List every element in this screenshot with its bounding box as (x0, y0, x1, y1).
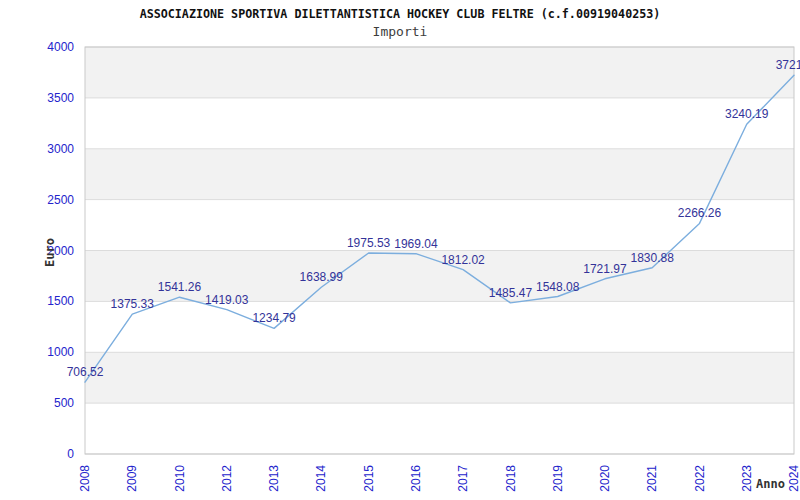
x-tick-label: 2013 (267, 465, 281, 492)
point-label: 1830.88 (631, 251, 675, 265)
data-line (85, 75, 794, 382)
point-label: 1969.04 (394, 237, 438, 251)
x-tick-label: 2012 (220, 465, 234, 492)
x-tick-label: 2021 (645, 465, 659, 492)
x-tick-label: 2020 (598, 465, 612, 492)
x-axis-title: Anno (756, 477, 785, 491)
point-label: 1975.53 (347, 236, 391, 250)
point-label: 1812.02 (441, 253, 485, 267)
point-label: 3240.19 (725, 107, 769, 121)
point-label: 1638.99 (300, 270, 344, 284)
point-label: 706.52 (67, 365, 104, 379)
x-tick-label: 2010 (173, 465, 187, 492)
y-axis-title: Euro (43, 237, 57, 267)
y-tick-label: 4000 (47, 40, 74, 54)
point-label: 2266.26 (678, 206, 722, 220)
x-tick-label: 2008 (78, 465, 92, 492)
chart-canvas: 0500100015002000250030003500400020082009… (0, 0, 800, 500)
x-tick-label: 2015 (362, 465, 376, 492)
x-tick-label: 2017 (456, 465, 470, 492)
point-label: 1548.08 (536, 280, 580, 294)
x-tick-label: 2009 (126, 465, 140, 492)
point-label: 1375.33 (111, 297, 155, 311)
x-tick-label: 2016 (409, 465, 423, 492)
plot-band (85, 47, 794, 98)
point-label: 1234.79 (252, 311, 296, 325)
x-tick-label: 2022 (693, 465, 707, 492)
x-tick-label: 2019 (551, 465, 565, 492)
x-tick-label: 2018 (504, 465, 518, 492)
point-label: 1485.47 (489, 286, 533, 300)
y-tick-label: 0 (67, 447, 74, 461)
point-label: 1419.03 (205, 293, 249, 307)
x-tick-label: 2023 (740, 465, 754, 492)
point-label: 1721.97 (583, 262, 627, 276)
point-label: 1541.26 (158, 280, 202, 294)
point-label: 3721.5 (776, 58, 800, 72)
y-tick-label: 2500 (47, 193, 74, 207)
y-tick-label: 3500 (47, 91, 74, 105)
x-tick-label: 2024 (787, 465, 800, 492)
y-tick-label: 500 (54, 396, 74, 410)
plot-band (85, 352, 794, 403)
y-tick-label: 1500 (47, 294, 74, 308)
y-tick-label: 3000 (47, 142, 74, 156)
y-tick-label: 1000 (47, 345, 74, 359)
plot-band (85, 149, 794, 200)
x-tick-label: 2014 (315, 465, 329, 492)
